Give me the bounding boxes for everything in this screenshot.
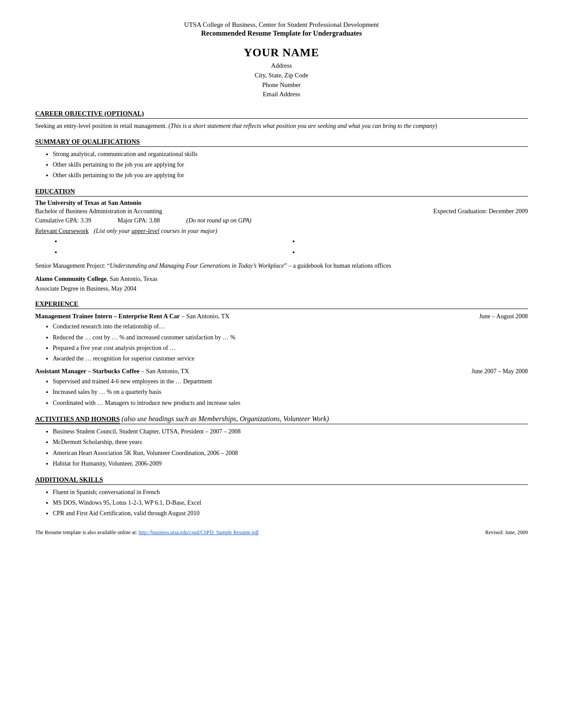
- name-block: YOUR NAME Address City, State, Zip Code …: [35, 46, 528, 99]
- city-state-zip-line: City, State, Zip Code: [35, 71, 528, 80]
- utsa-gpa-note: (Do not round up on GPA): [186, 216, 251, 225]
- experience-heading: EXPERIENCE: [35, 300, 528, 309]
- footer-right-text: Revised: June, 2009: [485, 529, 528, 536]
- job2-title: Assistant Manager – Starbucks Coffee: [35, 368, 139, 375]
- list-item: [62, 236, 291, 247]
- coursework-list-right: [299, 236, 528, 258]
- job1-dates: June – August 2008: [479, 313, 528, 320]
- senior-project-italic: Understanding and Managing Four Generati…: [110, 262, 284, 269]
- coursework-label: Relevant Coursework: [35, 228, 89, 235]
- job1-title-location: Management Trainee Intern – Enterprise R…: [35, 313, 229, 320]
- list-item: Supervised and trained 4-6 new employees…: [53, 377, 528, 386]
- footer-left-text: The Resume template is also available on…: [35, 529, 138, 535]
- experience-section: EXPERIENCE Management Trainee Intern – E…: [35, 300, 528, 408]
- career-objective-end: ): [435, 123, 437, 129]
- career-objective-text: Seeking an entry-level position in retai…: [35, 121, 528, 131]
- summary-qualifications-list: Strong analytical, communication and org…: [53, 149, 528, 181]
- list-item: Conducted research into the relationship…: [53, 322, 528, 331]
- list-item: Fluent in Spanish; conversational in Fre…: [53, 488, 528, 497]
- additional-skills-heading: ADDITIONAL SKILLS: [35, 476, 528, 485]
- career-objective-section: CAREER OBJECTIVE (Optional) Seeking an e…: [35, 110, 528, 131]
- summary-qualifications-section: SUMMARY OF QUALIFICATIONS Strong analyti…: [35, 138, 528, 181]
- summary-qualifications-heading: SUMMARY OF QUALIFICATIONS: [35, 138, 528, 147]
- activities-list: Business Student Council, Student Chapte…: [53, 427, 528, 469]
- senior-project-label: Senior Management Project: “: [35, 262, 110, 269]
- senior-project-end: ” – a guidebook for human relations offi…: [284, 262, 391, 269]
- utsa-cumulative-gpa: Cumulative GPA: 3.39: [35, 216, 91, 225]
- list-item: Business Student Council, Student Chapte…: [53, 427, 528, 437]
- institution-header: UTSA College of Business, Center for Stu…: [35, 21, 528, 29]
- coursework-list-left: [62, 236, 291, 258]
- job1-title: Management Trainee Intern – Enterprise R…: [35, 313, 180, 320]
- list-item: Increased sales by … % on a quarterly ba…: [53, 387, 528, 397]
- list-item: [299, 247, 528, 258]
- list-item: [299, 236, 528, 247]
- list-item: Other skills pertaining to the job you a…: [53, 171, 528, 180]
- education-section: EDUCATION The University of Texas at San…: [35, 188, 528, 293]
- list-item: [62, 247, 291, 258]
- coursework-bullets: [53, 236, 528, 258]
- career-objective-heading: CAREER OBJECTIVE (Optional): [35, 110, 528, 119]
- address-line: Address: [35, 61, 528, 71]
- job1-row: Management Trainee Intern – Enterprise R…: [35, 313, 528, 320]
- list-item: Other skills pertaining to the job you a…: [53, 160, 528, 170]
- footer-left: The Resume template is also available on…: [35, 529, 259, 536]
- additional-skills-section: ADDITIONAL SKILLS Fluent in Spanish; con…: [35, 476, 528, 519]
- list-item: CPR and First Aid Certification, valid t…: [53, 509, 528, 518]
- list-item: Habitat for Humanity, Volunteer, 2006-20…: [53, 459, 528, 469]
- job1-location: – San Antonio, TX: [180, 313, 229, 320]
- utsa-major-gpa: Major GPA: 3.88: [117, 216, 160, 225]
- utsa-degree: Bachelor of Business Administration in A…: [35, 207, 162, 216]
- list-item: Strong analytical, communication and org…: [53, 149, 528, 159]
- list-item: Awarded the … recognition for superior c…: [53, 354, 528, 364]
- career-objective-normal: Seeking an entry-level position in retai…: [35, 123, 171, 129]
- utsa-graduation: Expected Graduation: December 2009: [433, 207, 528, 216]
- education-heading: EDUCATION: [35, 188, 528, 197]
- utsa-gpa-row: Cumulative GPA: 3.39 Major GPA: 3.88 (Do…: [35, 216, 528, 225]
- job1-bullets: Conducted research into the relationship…: [53, 322, 528, 364]
- resume-page: UTSA College of Business, Center for Stu…: [0, 0, 563, 728]
- list-item: MS DOS, Windows 95, Lotus 1-2-3, WP 6.1,…: [53, 498, 528, 508]
- alamo-name: Alamo Community College: [35, 276, 107, 282]
- additional-skills-list: Fluent in Spanish; conversational in Fre…: [53, 488, 528, 519]
- coursework-col-left: [53, 236, 291, 258]
- career-objective-italic: This is a short statement that reflects …: [171, 123, 435, 129]
- alamo-school-row: Alamo Community College, San Antonio, Te…: [35, 274, 528, 284]
- coursework-note: (List only your upper-level courses in y…: [92, 228, 217, 235]
- utsa-degree-row: Bachelor of Business Administration in A…: [35, 207, 528, 216]
- job2-dates: June 2007 – May 2008: [472, 368, 528, 375]
- job2-location: – San Antonio, TX: [139, 368, 189, 375]
- alamo-name-suffix: , San Antonio, Texas: [107, 276, 158, 282]
- alamo-degree: Associate Degree in Business, May 2004: [35, 284, 528, 294]
- footer-link[interactable]: http://business.utsa.edu/cspd/CSPD_Sampl…: [138, 529, 258, 535]
- candidate-name: YOUR NAME: [35, 46, 528, 59]
- relevant-coursework-row: Relevant Coursework (List only your uppe…: [35, 228, 528, 235]
- coursework-col-right: [291, 236, 528, 258]
- footer: The Resume template is also available on…: [35, 529, 528, 536]
- job2-title-location: Assistant Manager – Starbucks Coffee – S…: [35, 368, 189, 375]
- list-item: American Heart Association 5K Run, Volun…: [53, 448, 528, 458]
- senior-project: Senior Management Project: “Understandin…: [35, 261, 528, 271]
- activities-section: ACTIVITIES AND HONORS (also use headings…: [35, 415, 528, 469]
- list-item: Reduced the … cost by … % and increased …: [53, 333, 528, 342]
- activities-heading-italic: (also use headings such as Memberships, …: [122, 415, 329, 422]
- list-item: McDermott Scholarship, three years: [53, 437, 528, 447]
- resume-template-title: Recommended Resume Template for Undergra…: [35, 29, 528, 37]
- activities-heading-row: ACTIVITIES AND HONORS (also use headings…: [35, 415, 528, 424]
- email-line: Email Address: [35, 90, 528, 99]
- list-item: Prepared a five year cost analysis proje…: [53, 343, 528, 353]
- phone-line: Phone Number: [35, 80, 528, 90]
- job2-row: Assistant Manager – Starbucks Coffee – S…: [35, 368, 528, 375]
- job2-bullets: Supervised and trained 4-6 new employees…: [53, 377, 528, 408]
- list-item: Coordinated with … Managers to introduce…: [53, 398, 528, 408]
- utsa-name: The University of Texas at San Antonio: [35, 199, 528, 207]
- activities-heading: ACTIVITIES AND HONORS: [35, 415, 120, 424]
